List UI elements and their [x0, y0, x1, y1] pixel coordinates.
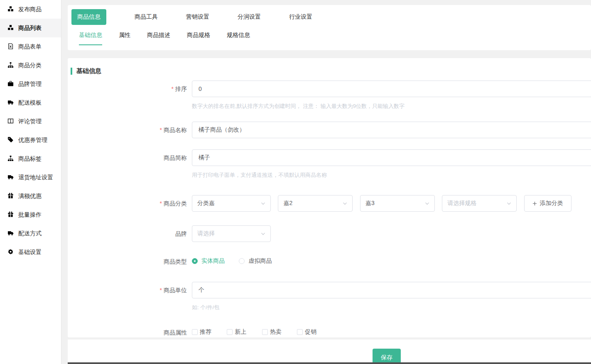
- briefcase-icon: [7, 81, 14, 88]
- file-excel-icon: [7, 43, 14, 51]
- truck-icon: [7, 99, 14, 107]
- gift-icon: [7, 193, 14, 200]
- radio-dot-icon: [239, 258, 245, 264]
- tab-product-info[interactable]: 商品信息: [71, 9, 106, 25]
- sub-tabs: 基础信息 属性 商品描述 商品规格 规格信息: [71, 32, 591, 45]
- product-short-name-label: 商品简称: [68, 149, 192, 179]
- checkbox-new[interactable]: 新上: [227, 328, 246, 336]
- category-select-level1[interactable]: 分类嘉: [192, 195, 271, 212]
- sidebar-item-label: 商品列表: [18, 24, 42, 32]
- tab-profit-settings[interactable]: 分润设置: [238, 13, 261, 21]
- sidebar-item-product-category[interactable]: 商品分类: [0, 56, 61, 75]
- sitemap-icon: [7, 155, 14, 163]
- product-form: 排序 数字大的排名在前,默认排序方式为创建时间， 注意： 输入最大数为9位数，只…: [68, 81, 591, 337]
- product-unit-hint: 如: 个/件/包: [192, 304, 591, 311]
- checkbox-recommend[interactable]: 推荐: [192, 328, 211, 336]
- product-category-label: 商品分类: [68, 195, 192, 212]
- save-button[interactable]: 保存: [373, 349, 401, 364]
- subtab-basic-info[interactable]: 基础信息: [79, 32, 102, 45]
- plus-icon: [532, 201, 537, 206]
- sidebar-item-label: 配送模板: [18, 99, 42, 107]
- sidebar-item-coupon-management[interactable]: 优惠券管理: [0, 131, 61, 149]
- subtab-product-spec[interactable]: 商品规格: [187, 32, 210, 45]
- sidebar-item-delivery-template[interactable]: 配送模板: [0, 93, 61, 112]
- checkbox-label: 热卖: [270, 328, 282, 336]
- subtab-spec-info[interactable]: 规格信息: [227, 32, 250, 45]
- brand-row: 品牌 请选择: [68, 225, 591, 242]
- chevron-down-icon: [261, 201, 265, 206]
- sidebar-item-label: 发布商品: [18, 6, 42, 13]
- sidebar-item-label: 满额优惠: [18, 193, 42, 200]
- category-select-value: 嘉2: [283, 200, 292, 207]
- sidebar-item-label: 商品标签: [18, 155, 42, 163]
- spec-select-placeholder: 请选择规格: [447, 200, 476, 207]
- radio-label: 实体商品: [201, 257, 225, 265]
- footer-bar: 保存: [68, 340, 591, 364]
- radio-virtual-product[interactable]: 虚拟商品: [239, 257, 272, 265]
- chevron-down-icon: [507, 201, 511, 206]
- add-category-button[interactable]: 添加分类: [524, 195, 571, 212]
- product-unit-input[interactable]: [192, 282, 591, 298]
- checkbox-label: 促销: [305, 328, 316, 336]
- sidebar-item-label: 评论管理: [18, 118, 42, 125]
- checkbox-promotion[interactable]: 促销: [297, 328, 316, 336]
- sidebar-item-batch-operation[interactable]: 批量操作: [0, 205, 61, 224]
- columns-icon: [7, 118, 14, 125]
- tab-industry-settings[interactable]: 行业设置: [289, 13, 312, 21]
- product-attrs-label: 商品属性: [68, 328, 192, 337]
- sort-input[interactable]: [192, 81, 591, 97]
- product-short-name-input[interactable]: [192, 149, 591, 166]
- subtab-attributes[interactable]: 属性: [119, 32, 130, 45]
- checkbox-icon: [192, 329, 198, 335]
- chevron-down-icon: [343, 201, 347, 206]
- sidebar-item-delivery-method[interactable]: 配送方式: [0, 224, 61, 243]
- sidebar-item-basic-settings[interactable]: 基础设置: [0, 243, 61, 261]
- product-short-name-hint: 用于打印电子面单，支付通道推送，不填默认用商品名称: [192, 171, 591, 179]
- gear-icon: [7, 249, 14, 256]
- checkbox-label: 推荐: [200, 328, 211, 336]
- checkbox-hot[interactable]: 热卖: [262, 328, 282, 336]
- checkbox-icon: [297, 329, 303, 335]
- horizontal-scrollbar[interactable]: [68, 362, 591, 364]
- sidebar-item-brand-management[interactable]: 品牌管理: [0, 75, 61, 93]
- sidebar-item-comment-management[interactable]: 评论管理: [0, 112, 61, 131]
- checkbox-icon: [227, 329, 233, 335]
- tabs-card: 商品信息 商品工具 营销设置 分润设置 行业设置 基础信息 属性 商品描述 商品…: [68, 5, 591, 50]
- product-short-name-row: 商品简称 用于打印电子面单，支付通道推送，不填默认用商品名称: [68, 149, 591, 179]
- sidebar-item-full-discount[interactable]: 满额优惠: [0, 187, 61, 205]
- add-category-label: 添加分类: [540, 200, 563, 207]
- radio-physical-product[interactable]: 实体商品: [192, 257, 225, 265]
- sidebar: 发布商品 商品列表 商品表单 商品分类 品牌管理 配送模板 评论管理 优惠券管理…: [0, 0, 61, 364]
- product-name-row: 商品名称: [68, 122, 591, 138]
- category-select-value: 分类嘉: [197, 200, 215, 207]
- brand-label: 品牌: [68, 225, 192, 242]
- product-type-row: 商品类型 实体商品 虚拟商品: [68, 257, 591, 266]
- brand-select[interactable]: 请选择: [192, 225, 271, 242]
- product-category-row: 商品分类 分类嘉 嘉2 嘉3 请选择规格 添加分类: [68, 195, 591, 212]
- chevron-down-icon: [425, 201, 429, 206]
- sidebar-item-label: 批量操作: [18, 211, 42, 219]
- product-name-input[interactable]: [192, 122, 591, 138]
- sidebar-item-return-address-settings[interactable]: 退货地址设置: [0, 168, 61, 187]
- category-select-value: 嘉3: [365, 200, 375, 207]
- sidebar-item-publish-product[interactable]: 发布商品: [0, 0, 61, 19]
- sidebar-item-product-form[interactable]: 商品表单: [0, 37, 61, 56]
- radio-dot-icon: [192, 258, 198, 264]
- sidebar-item-product-tags[interactable]: 商品标签: [0, 149, 61, 168]
- sort-hint: 数字大的排名在前,默认排序方式为创建时间， 注意： 输入最大数为9位数，只能输入…: [192, 103, 591, 110]
- category-select-level3[interactable]: 嘉3: [360, 195, 435, 212]
- sidebar-item-product-list[interactable]: 商品列表: [0, 19, 61, 37]
- section-title: 基础信息: [76, 67, 101, 75]
- section-accent-bar: [71, 68, 72, 75]
- spec-select[interactable]: 请选择规格: [442, 195, 517, 212]
- tags-icon: [7, 137, 14, 144]
- sidebar-item-label: 退货地址设置: [18, 174, 53, 181]
- sidebar-item-label: 配送方式: [18, 230, 42, 237]
- product-type-label: 商品类型: [68, 257, 192, 266]
- subtab-product-description[interactable]: 商品描述: [147, 32, 170, 45]
- tab-marketing-settings[interactable]: 营销设置: [186, 13, 209, 21]
- product-unit-label: 商品单位: [68, 282, 192, 311]
- sort-label: 排序: [68, 81, 192, 110]
- tab-product-tools[interactable]: 商品工具: [135, 13, 158, 21]
- category-select-level2[interactable]: 嘉2: [278, 195, 353, 212]
